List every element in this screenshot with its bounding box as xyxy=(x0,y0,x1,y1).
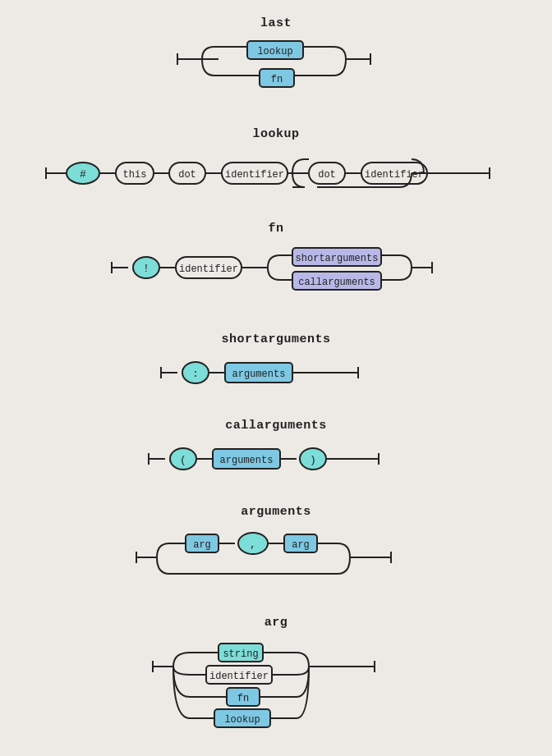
lookup-svg: # this dot identifier dot identifier xyxy=(38,149,514,199)
last-title: last xyxy=(260,16,292,30)
svg-text:identifier: identifier xyxy=(225,169,284,181)
svg-text:identifier: identifier xyxy=(179,263,238,275)
arguments-svg: arg , arg xyxy=(128,527,424,593)
arg-diagram: arg string identifier fn lookup xyxy=(0,616,552,745)
fn-diagram: fn ! identifier shortarguments callargum… xyxy=(0,222,552,309)
svg-text:callarguments: callarguments xyxy=(298,277,375,288)
svg-text:dot: dot xyxy=(178,169,196,181)
svg-text:identifier: identifier xyxy=(365,169,424,181)
last-svg: lookup fn xyxy=(169,39,383,104)
svg-text:(: ( xyxy=(180,454,186,466)
svg-text:arg: arg xyxy=(292,539,310,551)
lookup-diagram: lookup # this dot identifier dot xyxy=(0,127,552,199)
callarguments-diagram: callarguments ( arguments ) xyxy=(0,419,552,482)
svg-text:#: # xyxy=(80,168,86,181)
arguments-diagram: arguments arg , arg xyxy=(0,505,552,593)
fn-title: fn xyxy=(268,222,283,236)
fn-svg: ! identifier shortarguments callargument… xyxy=(104,244,448,309)
svg-text:arguments: arguments xyxy=(232,369,286,380)
svg-text:string: string xyxy=(223,648,258,660)
shortarguments-diagram: shortarguments : arguments xyxy=(0,332,552,396)
lookup-title: lookup xyxy=(252,127,299,141)
shortarguments-svg: : arguments xyxy=(153,355,399,396)
svg-text:lookup: lookup xyxy=(224,714,260,726)
svg-text:this: this xyxy=(123,169,147,181)
svg-text::: : xyxy=(192,368,199,380)
svg-text:lookup: lookup xyxy=(257,46,292,57)
svg-text:arguments: arguments xyxy=(220,455,274,466)
callarguments-title: callarguments xyxy=(225,419,327,433)
svg-text:!: ! xyxy=(143,263,150,275)
svg-text:fn: fn xyxy=(237,693,249,704)
last-diagram: last lookup fn xyxy=(0,16,552,104)
svg-text:,: , xyxy=(250,538,256,551)
svg-text:shortarguments: shortarguments xyxy=(296,253,379,264)
arguments-title: arguments xyxy=(241,505,311,519)
svg-text:arg: arg xyxy=(193,539,211,551)
svg-text:dot: dot xyxy=(318,169,336,181)
shortarguments-title: shortarguments xyxy=(221,332,330,346)
svg-text:identifier: identifier xyxy=(209,671,269,682)
arg-title: arg xyxy=(264,616,288,630)
svg-text:fn: fn xyxy=(271,74,283,85)
callarguments-svg: ( arguments ) xyxy=(140,441,412,482)
svg-text:): ) xyxy=(310,454,316,466)
arg-svg: string identifier fn lookup xyxy=(145,638,407,745)
